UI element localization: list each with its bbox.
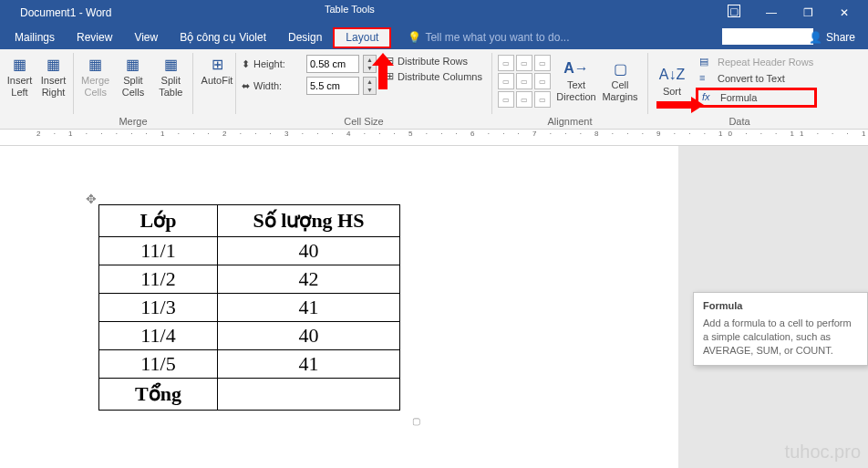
tabs-bar: Mailings Review View Bộ công cụ Violet D… — [0, 26, 868, 49]
width-input[interactable] — [306, 77, 359, 95]
split-table-button[interactable]: ▦ Split Table — [155, 51, 187, 99]
cellsize-group-label: Cell Size — [236, 116, 491, 127]
annotation-arrow-right-icon — [656, 97, 708, 115]
formula-button[interactable]: fx Formula — [696, 88, 817, 108]
repeat-header-icon: ▤ — [699, 56, 712, 68]
signin-box[interactable] — [722, 28, 813, 45]
word-table[interactable]: Lớp Số lượng HS 11/140 11/242 11/341 11/… — [98, 204, 400, 411]
convert-text-icon: ≡ — [699, 72, 712, 85]
tab-violet[interactable]: Bộ công cụ Violet — [169, 26, 277, 49]
table-cell[interactable]: 41 — [218, 294, 400, 322]
table-cell[interactable]: 11/2 — [99, 265, 218, 294]
alignment-grid[interactable]: ▭▭▭ ▭▭▭ ▭▭▭ — [498, 51, 551, 108]
page[interactable]: ✥ Lớp Số lượng HS 11/140 11/242 11/341 1… — [0, 146, 678, 468]
watermark: tuhoc.pro — [785, 442, 861, 463]
share-icon: 👤 — [809, 31, 822, 44]
merge-cells-icon: ▦ — [87, 55, 105, 73]
text-direction-icon: A→ — [567, 59, 585, 78]
table-cell[interactable]: 11/3 — [99, 294, 218, 322]
repeat-header-rows-button[interactable]: ▤ Repeat Header Rows — [696, 55, 817, 69]
convert-to-text-button[interactable]: ≡ Convert to Text — [696, 71, 817, 86]
document-area: ✥ Lớp Số lượng HS 11/140 11/242 11/341 1… — [0, 146, 868, 468]
title-bar: Document1 - Word Table Tools ▢ — ❐ ✕ — [0, 0, 868, 26]
autofit-button[interactable]: ⊞ AutoFit — [199, 51, 235, 87]
merge-group-label: Merge — [74, 116, 192, 127]
autofit-icon: ⊞ — [208, 55, 226, 73]
close-icon[interactable]: ✕ — [826, 0, 863, 26]
table-cell[interactable]: 40 — [218, 237, 400, 265]
table-resize-handle-icon[interactable]: ▢ — [412, 416, 420, 426]
height-icon: ⬍ — [242, 58, 250, 70]
table-header[interactable]: Lớp — [99, 205, 218, 237]
horizontal-ruler[interactable]: 2 · 1 · · · · · 1 · · · 2 · · · 3 · · · … — [0, 130, 868, 146]
lightbulb-icon: 💡 — [408, 31, 421, 44]
data-group-label: Data — [648, 116, 831, 127]
width-label: Width: — [253, 80, 303, 91]
height-input[interactable] — [306, 55, 359, 73]
screentip-body: Add a formula to a cell to perform a sim… — [703, 317, 858, 358]
table-cell[interactable]: 41 — [218, 350, 400, 379]
table-cell[interactable]: 40 — [218, 322, 400, 350]
split-cells-icon: ▦ — [124, 55, 142, 73]
insert-right-icon: ▦ — [45, 55, 63, 73]
tab-design[interactable]: Design — [277, 26, 333, 49]
ribbon: ▦ Insert Left ▦ Insert Right ▦ Merge Cel… — [0, 49, 868, 130]
tab-layout[interactable]: Layout — [333, 27, 391, 48]
insert-left-button[interactable]: ▦ Insert Left — [5, 51, 34, 99]
sort-icon: A↓Z — [663, 66, 681, 84]
merge-cells-button[interactable]: ▦ Merge Cells — [79, 51, 111, 99]
table-cell[interactable]: 11/4 — [99, 322, 218, 350]
minimize-icon[interactable]: — — [753, 0, 790, 26]
document-title: Document1 - Word — [0, 6, 111, 19]
table-cell[interactable]: Tổng — [99, 379, 218, 411]
annotation-arrow-up-icon — [372, 53, 394, 91]
insert-right-button[interactable]: ▦ Insert Right — [39, 51, 67, 99]
table-cell[interactable]: 11/1 — [99, 237, 218, 265]
distribute-columns-button[interactable]: ⊞ Distribute Columns — [386, 70, 482, 82]
cell-margins-icon: ▢ — [611, 59, 629, 78]
split-table-icon: ▦ — [161, 55, 180, 73]
table-cell[interactable]: 11/5 — [99, 350, 218, 379]
tab-view[interactable]: View — [123, 26, 169, 49]
tab-review[interactable]: Review — [66, 26, 123, 49]
share-button[interactable]: 👤 Share — [801, 26, 863, 49]
table-cell[interactable]: 42 — [218, 265, 400, 294]
table-move-handle-icon[interactable]: ✥ — [86, 192, 97, 206]
restore-icon[interactable]: ❐ — [790, 0, 826, 26]
insert-left-icon: ▦ — [11, 55, 29, 73]
table-header[interactable]: Số lượng HS — [218, 205, 400, 237]
split-cells-button[interactable]: ▦ Split Cells — [117, 51, 149, 99]
formula-screentip: Formula Add a formula to a cell to perfo… — [693, 292, 868, 366]
text-direction-button[interactable]: A→ Text Direction — [558, 51, 594, 108]
tab-mailings[interactable]: Mailings — [4, 26, 66, 49]
tell-me-search[interactable]: 💡 Tell me what you want to do... — [408, 31, 569, 44]
screentip-title: Formula — [703, 300, 858, 311]
height-label: Height: — [253, 58, 303, 69]
cell-margins-button[interactable]: ▢ Cell Margins — [602, 51, 638, 108]
table-tools-label: Table Tools — [325, 4, 375, 15]
width-icon: ⬌ — [242, 80, 250, 92]
alignment-group-label: Alignment — [492, 116, 647, 127]
table-cell[interactable] — [218, 379, 400, 411]
distribute-rows-button[interactable]: ⊟ Distribute Rows — [386, 55, 482, 67]
ribbon-display-options-icon[interactable]: ▢ — [728, 5, 740, 17]
